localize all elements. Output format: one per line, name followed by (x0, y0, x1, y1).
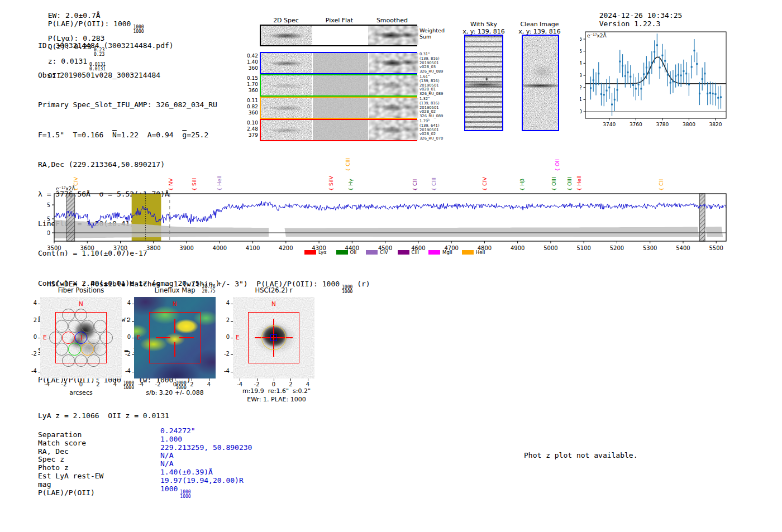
data-point (622, 65, 623, 66)
cutout-x-tick-mark (47, 378, 47, 381)
x-tick-label: 4200 (279, 245, 293, 251)
cutout-x-tick-mark (64, 378, 65, 381)
cutout-y-tick-mark (231, 338, 233, 338)
x-tick-label: 4000 (213, 245, 227, 251)
legend-item: CIII (398, 250, 419, 255)
cutout-x-tick-label: -2 (251, 381, 263, 387)
legend-swatch (428, 250, 440, 255)
x-tick-label: 3500 (47, 245, 61, 251)
cutout-y-tick-mark (132, 304, 134, 304)
ew-value: EW: 2.0±0.7Å (48, 11, 101, 20)
data-point (638, 84, 640, 85)
fiber-xlabel: arcsecs (40, 389, 122, 396)
cutout-x-tick-mark (98, 378, 98, 381)
cutout-y-tick-mark (132, 354, 134, 355)
spec2d-left-value: 0.82 (245, 104, 258, 110)
emission-line-label: { CIII (431, 178, 437, 191)
cutout-x-tick-label: -4 (135, 381, 146, 387)
spec2d-row-segment (313, 75, 368, 95)
legend-swatch (336, 250, 348, 255)
data-point (707, 93, 708, 94)
spec2d-weighted-smoothed-image (368, 26, 418, 45)
data-point (600, 93, 602, 95)
match-table-row: Separation0.24272" (38, 431, 252, 439)
cutout-x-tick-mark (308, 378, 308, 381)
spec2d-row-left-labels: 0.102.48379 (245, 120, 258, 138)
x-tick-label: 5200 (610, 245, 624, 251)
cutout-y-tick-label: -2 (217, 351, 230, 357)
cutout-y-tick-label: 0 (118, 334, 131, 340)
lineflux-map-title: Lineflux Map (134, 286, 216, 294)
data-point (611, 104, 613, 106)
legend-swatch (304, 250, 316, 255)
legend-swatch (366, 250, 378, 255)
report-datetime: 2024-12-26 10:34:25 (599, 11, 683, 20)
spec2d-header-2dspec: 2D Spec (261, 17, 311, 24)
match-table-value: 1.40(±0.39)Å (160, 468, 213, 477)
emission-line-label: { CIV (481, 177, 488, 191)
spec2d-row-segment (369, 98, 418, 118)
y-tick-label: 3 (580, 73, 582, 78)
data-point (598, 73, 599, 74)
emission-line-label: { CII (658, 179, 664, 191)
cutout-y-tick-mark (231, 372, 233, 372)
data-point (670, 82, 671, 84)
noise-texture (313, 75, 368, 95)
lineflux-crosshair-left (156, 337, 170, 338)
lineflux-crosshair-bottom (174, 342, 175, 357)
info-seeing-stats: F=1.5" T=0.166 N=1.22 A=0.94 g=25.2 (38, 131, 220, 139)
hsc-caption-ewr-plae: EWr: 1. PLAE: 1000 (223, 396, 330, 403)
x-tick-label: 3780 (656, 122, 669, 127)
data-point (709, 92, 711, 94)
x-tick-label: 3760 (630, 122, 642, 127)
cutout-y-tick-label: 2 (217, 317, 230, 323)
cutout-y-tick-mark (231, 304, 233, 304)
emission-line-label: { CII (412, 179, 418, 191)
cutout-x-tick-mark (81, 378, 82, 381)
data-point (603, 94, 605, 95)
hsc-cutout-image: N E (233, 297, 314, 378)
cutout-x-tick-label: 2 (186, 381, 197, 387)
match-table-label: mag (38, 481, 160, 489)
cutout-x-tick-label: -4 (41, 381, 53, 387)
error-envelope (285, 227, 699, 237)
spec2d-right-value: 326_RU_089 (419, 114, 453, 119)
info-obs: Obs: 20190501v028_3003214484 (38, 71, 220, 79)
emission-line-label: { NV (168, 178, 174, 191)
spec2d-row-left-labels: 0.421.40360 (245, 53, 258, 71)
cutout-y-tick-label: 0 (25, 334, 37, 340)
spec2d-header-smoothed: Smoothed (368, 17, 417, 24)
cutout-x-tick-mark (290, 378, 291, 381)
data-point (678, 74, 679, 75)
y-tick-label: 2 (580, 85, 582, 90)
lineflux-crosshair-top (174, 319, 175, 333)
match-table-value: N/A (160, 452, 173, 460)
data-point (619, 61, 621, 63)
x-tick-label: 5100 (576, 245, 590, 251)
cutout-x-tick-label: 4 (109, 381, 121, 387)
inset-units-label: e⁻¹⁷x2Å (587, 32, 607, 39)
legend-item: Lyα (304, 250, 327, 255)
data-point (635, 88, 637, 89)
spec2d-row (260, 119, 417, 141)
cutout-y-tick-mark (132, 372, 134, 372)
cutout-x-tick-label: 4 (302, 381, 313, 387)
withsky-image (464, 35, 503, 131)
spec2d-header-pixelflat: Pixel Flat (313, 17, 366, 24)
cutout-y-tick-mark (38, 354, 40, 355)
emission-line-label: { Hγ (347, 179, 354, 191)
spec2d-left-value: 2.48 (245, 126, 258, 132)
spec2d-right-value: 326_RU_089 (419, 70, 453, 74)
legend-item: CIV (366, 250, 388, 255)
y-tick-label: 5 (580, 49, 582, 54)
lineflux-caption: s/b: 3.20 +/- 0.088 (122, 389, 228, 396)
cutout-x-tick-label: 2 (92, 381, 103, 387)
hsc-caption-photometry: m:19.9 re:1.6" s:0.2" (223, 387, 330, 395)
data-point (659, 66, 661, 68)
cutout-y-tick-label: 0 (217, 334, 230, 340)
legend-label: Lyα (318, 250, 327, 255)
y-tick-label: 1 (580, 97, 582, 102)
spec2d-row-segment (369, 75, 418, 95)
cutout-x-tick-label: 4 (203, 381, 214, 387)
spec2d-row-segment (369, 53, 418, 73)
